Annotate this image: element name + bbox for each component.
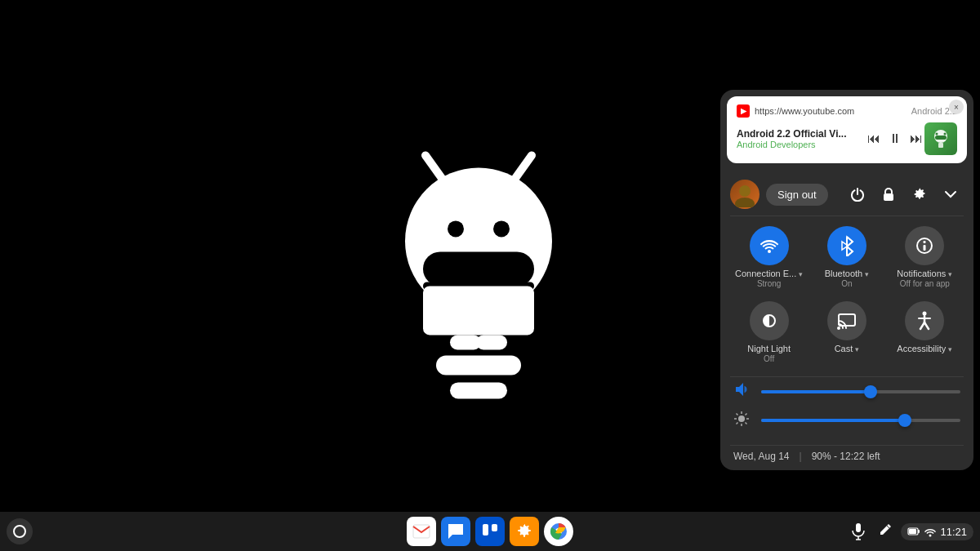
notifications-icon [905,226,944,265]
taskbar-trello[interactable] [475,517,505,546]
svg-point-21 [768,250,771,253]
svg-rect-19 [884,193,893,201]
sign-out-button[interactable]: Sign out [766,184,828,206]
svg-point-27 [837,327,840,330]
bluetooth-sublabel: On [841,279,852,288]
svg-point-17 [739,185,751,197]
taskbar-left [7,518,33,544]
svg-rect-24 [924,241,926,243]
volume-thumb[interactable] [864,385,877,398]
svg-rect-25 [924,245,926,251]
date-battery-row: Wed, Aug 14 | 90% - 12:22 left [720,446,973,470]
toggle-accessibility[interactable]: Accessibility ▾ [886,295,964,370]
svg-rect-11 [450,382,507,398]
pen-icon[interactable] [875,522,894,541]
toggle-notifications[interactable]: Notifications ▾ Off for an app [886,220,964,295]
svg-rect-45 [492,524,497,531]
svg-line-32 [924,322,929,329]
media-title: Android 2.2 Official Vi... [737,128,866,140]
date-text: Wed, Aug 14 [733,451,790,462]
svg-rect-5 [423,251,534,286]
svg-rect-10 [436,355,521,375]
nightlight-label: Night Light [747,344,791,354]
svg-point-42 [14,526,25,537]
taskbar-time: 11:21 [940,526,967,538]
svg-line-40 [737,423,738,424]
expand-button[interactable] [938,181,964,207]
bluetooth-label: Bluetooth ▾ [825,269,870,279]
system-tray[interactable]: 11:21 [901,523,973,540]
volume-track[interactable] [761,390,960,393]
svg-line-41 [746,414,747,415]
svg-rect-54 [918,530,920,533]
nightlight-sublabel: Off [764,354,774,363]
desktop: × ▶ https://www.youtube.com Android 2.2 … [0,0,980,551]
media-card: × ▶ https://www.youtube.com Android 2.2 … [727,96,967,163]
cast-icon [827,301,866,340]
svg-point-33 [738,415,745,422]
brightness-thumb[interactable] [898,414,911,427]
notifications-label: Notifications ▾ [897,269,952,279]
svg-rect-9 [476,335,507,349]
toggle-connection[interactable]: Connection E... ▾ Strong [730,220,808,295]
taskbar-gmail[interactable] [407,517,436,546]
svg-rect-49 [856,523,861,532]
media-thumbnail [924,122,957,155]
media-forward-button[interactable]: ⏭ [908,130,924,148]
svg-line-38 [737,414,738,415]
accessibility-icon [905,301,944,340]
taskbar-right: 11:21 [849,522,973,541]
settings-button[interactable] [906,181,933,207]
svg-point-18 [735,198,755,207]
media-close-button[interactable]: × [949,100,964,114]
svg-rect-55 [909,529,916,534]
brightness-slider-row [733,411,960,430]
svg-point-13 [936,133,938,136]
accessibility-label: Accessibility ▾ [897,344,952,354]
svg-point-4 [493,220,510,237]
mic-icon[interactable] [849,522,868,541]
sliders-section [720,377,973,445]
taskbar-apps [407,517,573,546]
lock-button[interactable] [875,181,902,207]
media-rewind-button[interactable]: ⏮ [866,130,882,148]
connection-label: Connection E... ▾ [735,269,803,279]
brightness-icon [733,411,753,430]
svg-rect-16 [938,143,943,148]
toggle-cast[interactable]: Cast ▾ [808,295,885,370]
svg-rect-15 [935,136,947,140]
bluetooth-icon [827,226,866,265]
media-pause-button[interactable]: ⏸ [887,130,903,148]
brightness-track[interactable] [761,419,960,422]
brightness-fill [761,419,905,422]
android-mascot [364,114,593,424]
taskbar: 11:21 [0,512,980,551]
connection-sublabel: Strong [757,279,781,288]
power-button[interactable] [844,181,871,207]
media-artist: Android Developers [737,140,866,149]
avatar [730,180,760,209]
svg-rect-44 [483,524,488,535]
wifi-icon [750,226,789,265]
media-url: https://www.youtube.com [755,106,906,116]
toggle-bluetooth[interactable]: Bluetooth ▾ On [808,220,885,295]
notifications-sublabel: Off for an app [900,279,950,288]
taskbar-chrome[interactable] [544,517,573,546]
svg-point-56 [929,535,932,537]
taskbar-settings-app[interactable] [510,517,539,546]
volume-slider-row [733,380,960,402]
cast-label: Cast ▾ [835,344,860,354]
svg-point-14 [944,133,947,136]
nightlight-icon [750,301,789,340]
launcher-button[interactable] [7,518,33,544]
svg-line-31 [920,322,924,329]
quick-settings-panel: × ▶ https://www.youtube.com Android 2.2 … [720,90,973,470]
user-row: Sign out [720,173,973,216]
volume-fill [761,390,871,393]
volume-icon [733,380,753,402]
youtube-favicon: ▶ [737,104,750,118]
svg-point-3 [448,220,464,237]
battery-text: 90% - 12:22 left [812,451,880,462]
taskbar-chat[interactable] [441,517,470,546]
toggle-nightlight[interactable]: Night Light Off [730,295,808,370]
